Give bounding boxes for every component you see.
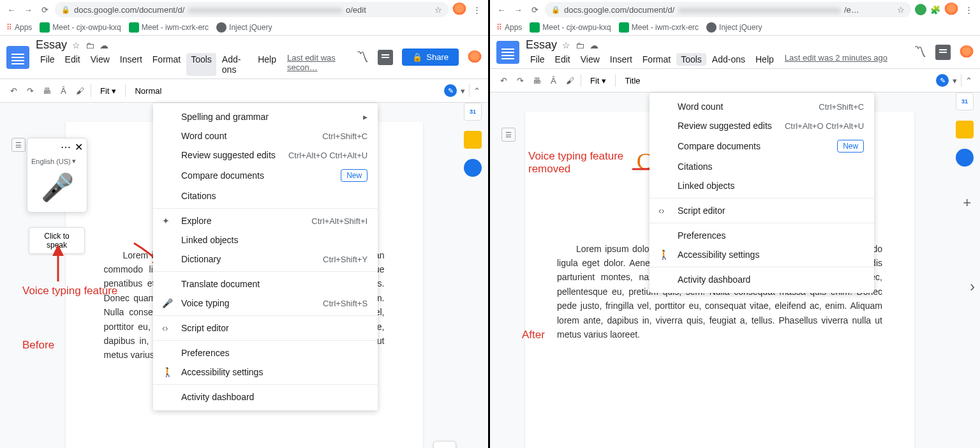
collapse-icon[interactable]: ⌃: [473, 86, 480, 96]
reload-icon[interactable]: ⟳: [38, 3, 51, 16]
style-select[interactable]: Title: [621, 75, 644, 87]
tools-accessibility-settings[interactable]: 🚶Accessibility settings: [650, 245, 874, 264]
reload-icon[interactable]: ⟳: [528, 3, 541, 16]
edit-mode-icon[interactable]: ✎: [936, 74, 949, 87]
docs-logo[interactable]: [6, 46, 29, 69]
tools-citations[interactable]: Citations: [153, 186, 378, 205]
profile-avatar[interactable]: [452, 3, 466, 17]
bookmark-jquery[interactable]: Inject jQuery: [706, 22, 762, 33]
menu-format[interactable]: Format: [638, 53, 675, 66]
tools-preferences[interactable]: Preferences: [153, 343, 378, 362]
bookmark-meet2[interactable]: Meet - iwm-cxrk-erc: [129, 22, 209, 33]
apps-button[interactable]: ⠿Apps: [496, 23, 522, 32]
menu-view[interactable]: View: [86, 53, 114, 76]
outline-icon[interactable]: ☰: [501, 128, 516, 142]
menu-edit[interactable]: Edit: [61, 53, 85, 76]
bookmark-meet1[interactable]: Meet - cjx-owpu-kxq: [530, 22, 611, 33]
zoom-select[interactable]: Fit ▾: [586, 75, 610, 87]
extension-icon[interactable]: [915, 4, 926, 15]
menu-add-ons[interactable]: Add-ons: [708, 53, 750, 66]
back-icon[interactable]: ←: [495, 3, 508, 16]
calendar-icon[interactable]: 31: [464, 103, 482, 121]
keep-icon[interactable]: [956, 121, 974, 138]
tools-script-editor[interactable]: ‹›Script editor: [650, 201, 874, 220]
spellcheck-icon[interactable]: Ȃ: [547, 75, 559, 86]
back-icon[interactable]: ←: [5, 3, 18, 16]
print-icon[interactable]: 🖶: [531, 75, 542, 86]
collapse-icon[interactable]: ⌃: [965, 76, 972, 86]
menu-tools[interactable]: Tools: [186, 53, 216, 76]
outline-icon[interactable]: ☰: [11, 138, 26, 152]
user-avatar[interactable]: [468, 50, 482, 64]
keep-icon[interactable]: [464, 131, 482, 149]
explore-fab[interactable]: ✦: [433, 441, 456, 448]
menu-edit[interactable]: Edit: [551, 53, 575, 66]
forward-icon[interactable]: →: [22, 3, 34, 16]
tools-citations[interactable]: Citations: [650, 157, 874, 176]
menu-file[interactable]: File: [36, 53, 59, 76]
tools-explore[interactable]: ✦ExploreCtrl+Alt+Shift+I: [153, 211, 378, 230]
bookmark-meet1[interactable]: Meet - cjx-owpu-kxq: [40, 22, 121, 33]
microphone-icon[interactable]: 🎤: [27, 167, 87, 212]
comments-icon[interactable]: [935, 45, 951, 60]
redo-icon[interactable]: ↷: [514, 75, 526, 86]
profile-avatar[interactable]: [944, 3, 958, 17]
redo-icon[interactable]: ↷: [24, 85, 36, 96]
calendar-icon[interactable]: 31: [956, 93, 974, 110]
tools-activity-dashboard[interactable]: Activity dashboard: [650, 270, 874, 289]
tasks-icon[interactable]: [464, 159, 482, 177]
spellcheck-icon[interactable]: Ȃ: [57, 85, 69, 96]
document-title[interactable]: Essay: [526, 38, 557, 52]
tools-dictionary[interactable]: DictionaryCtrl+Shift+Y: [153, 250, 378, 269]
menu-format[interactable]: Format: [148, 53, 185, 76]
style-select[interactable]: Normal: [131, 85, 165, 97]
document-title[interactable]: Essay: [36, 38, 67, 52]
tools-compare-documents[interactable]: Compare documentsNew: [153, 165, 378, 186]
share-button[interactable]: 🔒 Share: [402, 49, 459, 66]
trend-icon[interactable]: 〽: [356, 50, 369, 64]
chrome-menu-icon[interactable]: ⋮: [470, 3, 483, 16]
tools-voice-typing[interactable]: 🎤Voice typingCtrl+Shift+S: [153, 294, 378, 313]
zoom-select[interactable]: Fit ▾: [96, 85, 120, 97]
voice-close-icon[interactable]: ✕: [75, 141, 83, 153]
trend-icon[interactable]: 〽: [914, 45, 926, 59]
paint-format-icon[interactable]: 🖌: [74, 85, 85, 96]
tools-preferences[interactable]: Preferences: [650, 226, 874, 245]
extensions-icon[interactable]: 🧩: [930, 5, 940, 15]
menu-help[interactable]: Help: [253, 53, 281, 76]
voice-more-icon[interactable]: ⋯: [61, 141, 71, 153]
tools-linked-objects[interactable]: Linked objects: [153, 230, 378, 250]
tools-word-count[interactable]: Word countCtrl+Shift+C: [650, 97, 874, 116]
menu-insert[interactable]: Insert: [115, 53, 147, 76]
edit-mode-icon[interactable]: ✎: [444, 84, 457, 97]
undo-icon[interactable]: ↶: [8, 85, 19, 96]
tools-linked-objects[interactable]: Linked objects: [650, 176, 874, 195]
tools-word-count[interactable]: Word countCtrl+Shift+C: [153, 126, 378, 146]
tools-accessibility-settings[interactable]: 🚶Accessibility settings: [153, 362, 378, 382]
next-icon[interactable]: ›: [970, 278, 975, 295]
tools-review-suggested-edits[interactable]: Review suggested editsCtrl+Alt+O Ctrl+Al…: [650, 116, 874, 135]
menu-file[interactable]: File: [526, 53, 549, 66]
add-sidebar-icon[interactable]: +: [963, 195, 971, 211]
undo-icon[interactable]: ↶: [498, 75, 509, 86]
menu-help[interactable]: Help: [751, 53, 778, 66]
star-doc-icon[interactable]: ☆: [72, 40, 80, 50]
docs-logo[interactable]: [496, 41, 519, 64]
apps-button[interactable]: ⠿Apps: [6, 23, 32, 32]
move-icon[interactable]: 🗀: [85, 40, 94, 50]
last-edit-link[interactable]: Last edit was 2 minutes ago: [785, 53, 887, 66]
bookmark-jquery[interactable]: Inject jQuery: [216, 22, 272, 33]
print-icon[interactable]: 🖶: [41, 85, 52, 96]
star-icon[interactable]: ☆: [434, 5, 442, 15]
menu-add-ons[interactable]: Add-ons: [218, 53, 252, 76]
paint-format-icon[interactable]: 🖌: [564, 75, 575, 86]
tools-compare-documents[interactable]: Compare documentsNew: [650, 135, 874, 157]
user-avatar[interactable]: [960, 45, 974, 59]
voice-language[interactable]: English (US) ▾: [27, 156, 87, 167]
tools-spelling-and-grammar[interactable]: Spelling and grammar▸: [153, 107, 378, 126]
address-bar[interactable]: 🔒 docs.google.com/document/d/ xxxxxxxxxx…: [55, 2, 449, 17]
last-edit-link[interactable]: Last edit was secon…: [287, 53, 350, 76]
tools-review-suggested-edits[interactable]: Review suggested editsCtrl+Alt+O Ctrl+Al…: [153, 146, 378, 165]
move-icon[interactable]: 🗀: [575, 40, 584, 50]
tools-script-editor[interactable]: ‹›Script editor: [153, 318, 378, 338]
